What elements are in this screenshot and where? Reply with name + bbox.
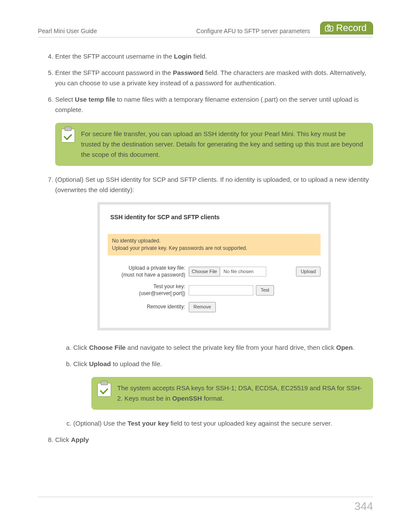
text: (Optional) Set up SSH identity for SCP a… <box>55 176 369 193</box>
upload-button[interactable]: Upload <box>296 267 321 277</box>
bold: Apply <box>71 436 89 443</box>
bold: OpenSSH <box>172 395 202 402</box>
bold: Test your key <box>128 420 169 427</box>
record-tab[interactable]: Record <box>320 22 373 34</box>
text: Upload a private key file: <box>129 265 185 271</box>
bold: Password <box>173 69 203 76</box>
callout-text: For secure file transfer, you can upload… <box>81 129 364 160</box>
ssh-identity-panel: SSH identity for SCP and SFTP clients No… <box>97 202 331 330</box>
ssh-panel-title: SSH identity for SCP and SFTP clients <box>100 205 328 224</box>
bold: Choose File <box>89 344 126 351</box>
text: The system accepts RSA keys for SSH-1; D… <box>117 384 362 402</box>
clipboard-check-icon <box>97 383 111 397</box>
step-5: Enter the SFTP account password in the P… <box>55 68 373 88</box>
record-label: Record <box>336 23 367 33</box>
text: Click <box>55 436 71 443</box>
text: (must not have a password) <box>121 272 185 278</box>
step-list: Enter the SFTP account username in the L… <box>38 51 373 445</box>
substep-b: Click Upload to upload the file. The sys… <box>73 359 373 410</box>
ssh-form: Upload a private key file: (must not hav… <box>100 261 328 328</box>
text: Test your key: <box>153 283 185 289</box>
substep-c: (Optional) Use the Test your key field t… <box>73 418 373 429</box>
test-key-input[interactable] <box>189 285 253 296</box>
svg-point-1 <box>328 27 330 30</box>
test-key-label: Test your key: (user@server[:port]) <box>108 283 185 297</box>
text: Click <box>73 360 89 367</box>
step-6: Select Use temp file to name files with … <box>55 94 373 166</box>
bold: Upload <box>89 360 111 367</box>
bold: Login <box>174 53 192 60</box>
remove-identity-controls: Remove <box>189 302 317 312</box>
step-8: Click Apply <box>55 435 373 445</box>
section-title: Configure AFU to SFTP server parameters <box>162 28 321 34</box>
svg-rect-2 <box>327 25 330 26</box>
clipboard-check-icon <box>61 129 75 143</box>
ssh-warning: No identity uploaded. Upload your privat… <box>108 234 321 255</box>
text: Enter the SFTP account username in the <box>55 53 174 60</box>
text: field to test your uploaded key against … <box>169 420 332 427</box>
callout-key-format: The system accepts RSA keys for SSH-1; D… <box>91 377 373 410</box>
text: field. <box>192 53 207 60</box>
bold: Use temp file <box>75 96 115 103</box>
remove-identity-row: Remove identity: Remove <box>108 302 321 312</box>
no-file-chosen-label: No file chosen <box>220 267 266 277</box>
bold: Open <box>336 344 352 351</box>
choose-file-button[interactable]: Choose File <box>189 267 220 277</box>
test-key-controls: Test <box>189 285 317 296</box>
camera-icon <box>325 25 333 31</box>
text: (Optional) Use the <box>73 420 128 427</box>
upload-key-row: Upload a private key file: (must not hav… <box>108 265 321 278</box>
page-header: Pearl Mini User Guide Configure AFU to S… <box>38 22 373 37</box>
text: Click <box>73 344 89 351</box>
text: No identity uploaded. <box>112 238 161 244</box>
step-4: Enter the SFTP account username in the L… <box>55 51 373 62</box>
page-number: 344 <box>355 500 373 513</box>
test-key-row: Test your key: (user@server[:port]) Test <box>108 283 321 297</box>
substep-list: Click Choose File and navigate to select… <box>55 342 373 429</box>
callout-text: The system accepts RSA keys for SSH-1; D… <box>117 383 364 404</box>
page-content: Enter the SFTP account username in the L… <box>38 37 373 445</box>
substep-a: Click Choose File and navigate to select… <box>73 342 373 353</box>
text: Upload your private key. Key passwords a… <box>112 245 247 251</box>
upload-key-label: Upload a private key file: (must not hav… <box>108 265 185 278</box>
text: format. <box>202 395 224 402</box>
file-picker: Choose File No file chosen <box>189 267 293 277</box>
remove-identity-label: Remove identity: <box>108 304 185 311</box>
text: Enter the SFTP account password in the <box>55 69 173 76</box>
page-footer: 344 <box>38 497 373 513</box>
text: to upload the file. <box>111 360 162 367</box>
text: and navigate to select the private key f… <box>126 344 336 351</box>
callout-secure-transfer: For secure file transfer, you can upload… <box>55 123 373 166</box>
text: (user@server[:port]) <box>139 290 185 296</box>
guide-title: Pearl Mini User Guide <box>38 28 162 34</box>
step-7: (Optional) Set up SSH identity for SCP a… <box>55 174 373 429</box>
text: Select <box>55 96 75 103</box>
remove-button[interactable]: Remove <box>189 302 216 312</box>
text: . <box>353 344 355 351</box>
test-button[interactable]: Test <box>256 285 274 296</box>
